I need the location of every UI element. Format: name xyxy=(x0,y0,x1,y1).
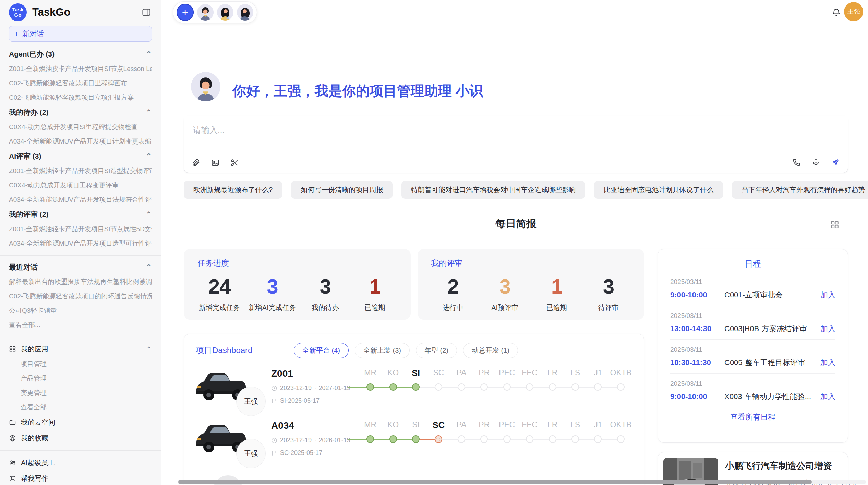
list-item[interactable]: Z001-全新燃油皮卡产品开发项目SI节点Lesson Learn报告 xyxy=(9,62,152,76)
list-item[interactable]: C0X4-动力总成开发项目工程变更评审 xyxy=(9,178,152,192)
project-milestone-note: SI-2025-05-17 xyxy=(280,397,320,405)
sidebar-item-product-mgmt[interactable]: 产品管理 xyxy=(9,371,152,386)
chevron-up-icon[interactable]: ⌃ xyxy=(146,210,152,219)
milestone-dot[interactable] xyxy=(594,383,602,391)
list-item[interactable]: C02-飞腾新能源轻客改款项目的闭环通告反馈情况 xyxy=(9,289,152,303)
sidebar-collapse-icon[interactable] xyxy=(142,8,151,17)
chevron-up-icon[interactable]: ⌃ xyxy=(146,50,152,58)
milestone-dot[interactable] xyxy=(389,383,397,391)
milestone-dot[interactable] xyxy=(503,383,511,391)
milestone-dot[interactable] xyxy=(594,435,602,443)
list-item[interactable]: 解释最新出台的欧盟报废车法规再生塑料比例被调至15%... xyxy=(9,275,152,289)
view-all-chats[interactable]: 查看全部... xyxy=(9,318,152,332)
sidebar-item-change-mgmt[interactable]: 变更管理 xyxy=(9,386,152,400)
project-row-a034[interactable]: 王强 A034 2023-12-19 ~ 2026-01-19 SC-2025-… xyxy=(184,413,644,465)
filter-chip-new-body[interactable]: 全新上装 (3) xyxy=(355,343,410,358)
new-chat-button[interactable]: + 新对话 xyxy=(9,26,152,42)
add-assistant-button[interactable]: + xyxy=(177,4,194,21)
milestone-dot[interactable] xyxy=(389,435,397,443)
sidebar-item-my-apps[interactable]: 我的应用 ⌃ xyxy=(9,341,152,357)
filter-chip-powertrain[interactable]: 动总开发 (1) xyxy=(463,343,518,358)
sidebar-item-cloud-space[interactable]: 我的云空间 xyxy=(9,414,152,430)
suggestion-chip[interactable]: 欧洲新规最近颁布了什么? xyxy=(184,181,282,199)
milestone-dot[interactable] xyxy=(526,435,533,443)
suggestion-chip[interactable]: 如何写一份清晰的项目周报 xyxy=(291,181,393,199)
milestone-dot[interactable] xyxy=(571,383,579,391)
join-link[interactable]: 加入 xyxy=(820,391,835,402)
project-row-z001[interactable]: 王强 Z001 2023-12-19 ~ 2027-01-19 SI-2025-… xyxy=(184,361,644,413)
milestone-dot[interactable] xyxy=(412,435,420,443)
milestone-dot[interactable] xyxy=(366,435,374,443)
milestone-dot[interactable] xyxy=(549,383,556,391)
image-upload-icon[interactable] xyxy=(211,158,220,167)
milestone-dot[interactable] xyxy=(435,383,442,391)
view-all-apps[interactable]: 查看全部... xyxy=(9,400,152,414)
grid-icon xyxy=(9,346,16,353)
milestone-dot[interactable] xyxy=(480,435,488,443)
filter-chip-model-year[interactable]: 年型 (2) xyxy=(416,343,457,358)
milestone-dot[interactable] xyxy=(458,383,465,391)
milestone-dot[interactable] xyxy=(549,435,556,443)
list-item[interactable]: A034-全新新能源MUV产品开发项目造型可行性评审 xyxy=(9,236,152,251)
join-link[interactable]: 加入 xyxy=(820,358,835,368)
milestone-dot[interactable] xyxy=(617,383,625,391)
milestone-dot[interactable] xyxy=(526,383,533,391)
milestone-dot[interactable] xyxy=(412,383,420,391)
sidebar-item-ai-super-staff[interactable]: AI超级员工 xyxy=(9,455,152,471)
list-item[interactable]: A034-全新新能源MUV产品开发项目计划变更表编写 xyxy=(9,134,152,149)
suggestion-chip[interactable]: 比亚迪全固态电池计划具体说了什么 xyxy=(594,181,723,199)
sidebar-item-project-mgmt[interactable]: 项目管理 xyxy=(9,357,152,371)
section-my-review[interactable]: 我的评审 (2) ⌃ xyxy=(9,207,152,222)
suggestion-chip[interactable]: 特朗普可能对进口汽车增税会对中国车企造成哪些影响 xyxy=(401,181,585,199)
sidebar-item-help-me-write[interactable]: 帮我写作 xyxy=(9,471,152,485)
join-link[interactable]: 加入 xyxy=(820,324,835,334)
milestone-dot[interactable] xyxy=(617,435,625,443)
avatar[interactable] xyxy=(197,4,214,21)
list-item[interactable]: C02-飞腾新能源轻客改款项目立项汇报方案 xyxy=(9,90,152,105)
card-title: 任务进度 xyxy=(197,258,397,269)
microphone-icon[interactable] xyxy=(811,158,820,167)
send-icon[interactable] xyxy=(831,158,840,167)
scrollbar-thumb[interactable] xyxy=(178,480,812,484)
milestone-dot[interactable] xyxy=(480,383,488,391)
scissors-icon[interactable] xyxy=(230,158,239,167)
milestone-dot[interactable] xyxy=(366,383,374,391)
list-item[interactable]: C0X4-动力总成开发项目SI里程碑提交物检查 xyxy=(9,120,152,134)
section-recent-chats[interactable]: 最近对话 ⌃ xyxy=(9,260,152,275)
user-avatar[interactable]: 王强 xyxy=(844,2,863,21)
chevron-up-icon[interactable]: ⌃ xyxy=(146,152,152,160)
milestone-dot[interactable] xyxy=(503,435,511,443)
section-my-todo[interactable]: 我的待办 (2) ⌃ xyxy=(9,105,152,120)
list-item[interactable]: Z001-全新燃油轻卡产品开发项目SI造型提交物评审 xyxy=(9,164,152,178)
view-all-schedule-link[interactable]: 查看所有日程 xyxy=(658,412,848,422)
filter-chip-new-platform[interactable]: 全新平台 (4) xyxy=(294,343,349,358)
list-item[interactable]: A034-全新新能源MUV产品开发项目法规符合性评审 xyxy=(9,192,152,207)
chat-input[interactable] xyxy=(184,116,848,148)
milestone-dot[interactable] xyxy=(458,435,465,443)
owner-badge: 王强 xyxy=(236,439,266,468)
section-ai-review[interactable]: AI评审 (3) ⌃ xyxy=(9,149,152,164)
suggestion-chip[interactable]: 当下年轻人对汽车外观有怎样的喜好趋势 xyxy=(732,181,868,199)
list-item[interactable]: 公司Q3轻卡销量 xyxy=(9,303,152,318)
image-icon xyxy=(9,475,16,482)
layout-grid-icon[interactable] xyxy=(830,220,839,229)
avatar[interactable] xyxy=(217,4,233,21)
phone-call-icon[interactable] xyxy=(792,158,801,167)
sidebar-item-favorites[interactable]: 我的收藏 xyxy=(9,430,152,446)
list-item[interactable]: Z001-全新燃油轻卡产品开发项目SI节点属性5D文件评审 xyxy=(9,222,152,236)
avatar[interactable] xyxy=(237,4,253,21)
chevron-up-icon[interactable]: ⌃ xyxy=(146,108,152,116)
chevron-up-icon[interactable]: ⌃ xyxy=(146,345,152,353)
stat-ai-prereview: 3 AI预评审 xyxy=(484,275,526,312)
users-icon xyxy=(9,459,16,467)
milestone-dot-overdue[interactable] xyxy=(435,435,442,443)
horizontal-scrollbar[interactable] xyxy=(178,480,866,484)
milestone-dot[interactable] xyxy=(571,435,579,443)
list-item[interactable]: C02-飞腾新能源轻客改款项目里程碑画布 xyxy=(9,76,152,90)
section-agent-done[interactable]: Agent已办 (3) ⌃ xyxy=(9,47,152,62)
join-link[interactable]: 加入 xyxy=(820,290,835,300)
flag-icon xyxy=(271,450,277,456)
chevron-up-icon[interactable]: ⌃ xyxy=(146,263,152,271)
attachment-icon[interactable] xyxy=(192,158,201,167)
notification-bell-icon[interactable] xyxy=(832,8,841,17)
